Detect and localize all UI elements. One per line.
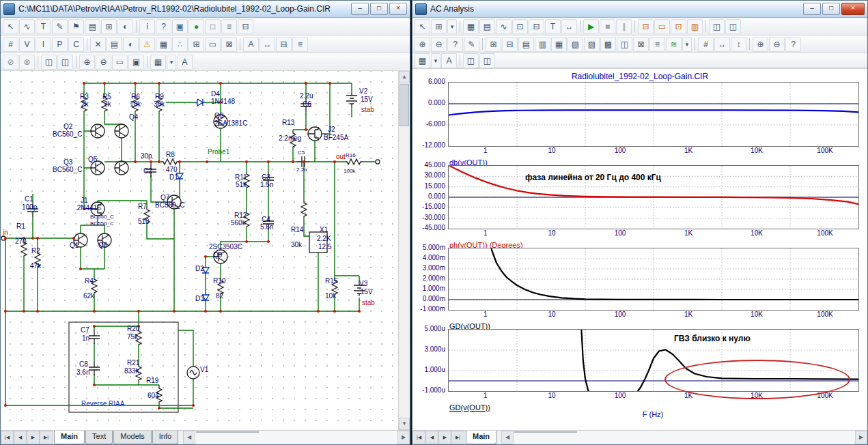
component-label[interactable]: 510 — [138, 218, 150, 225]
group-delay-zoom-panel[interactable]: 5.000u3.000u1.000u-1.000u ГВЗ близко к н… — [412, 329, 867, 410]
height-fit-icon[interactable]: ↕ — [731, 37, 746, 52]
component-label[interactable]: Q3 — [64, 158, 73, 166]
component-label[interactable]: 470 — [166, 166, 178, 173]
scales-icon[interactable]: ⊟ — [529, 19, 544, 34]
component-label[interactable]: stab — [361, 106, 374, 113]
vertical-scrollbar[interactable]: ▲ ▼ — [398, 71, 410, 430]
rotate-icon[interactable]: ◐ — [123, 37, 139, 52]
crop-icon[interactable]: ⊠ — [221, 37, 237, 52]
columns-icon[interactable]: ▥ — [687, 19, 703, 34]
component-label[interactable]: R14 — [291, 226, 304, 233]
zoom-area-icon[interactable]: ▭ — [112, 55, 128, 70]
component-label[interactable]: BC560_C — [53, 130, 82, 138]
info-icon[interactable]: i — [139, 19, 155, 34]
close-button[interactable]: × — [389, 3, 407, 15]
format-9-icon[interactable]: ◫ — [617, 37, 632, 52]
component-label[interactable]: J2 — [328, 126, 335, 133]
component-label[interactable]: Q4 — [129, 113, 139, 121]
component-label[interactable]: C2 — [143, 167, 152, 175]
zoom-in-icon[interactable]: ⊕ — [753, 37, 768, 52]
component-label[interactable]: R8 — [166, 151, 175, 158]
component-label[interactable]: 2k — [104, 100, 112, 108]
component-label[interactable]: BC550_C — [90, 214, 114, 220]
component-label[interactable]: R12 — [234, 212, 247, 219]
next-tab-button[interactable]: ▶ — [438, 431, 451, 444]
component-icon[interactable]: ⊞ — [431, 19, 447, 34]
component-label[interactable]: 2.2u — [296, 167, 307, 173]
digits-icon[interactable]: # — [698, 37, 714, 52]
schematic-titlebar[interactable]: C:\MC11\DATA\Petrov\RIAA\Petrov_RL1992-0… — [1, 1, 410, 18]
curve-label[interactable]: GD(v(OUT)) — [449, 403, 490, 412]
prev-tab-button[interactable]: ◀ — [14, 431, 27, 444]
component-label[interactable]: Reverse RIAA — [81, 400, 125, 407]
component-label[interactable]: 30k — [291, 241, 303, 248]
component-label[interactable]: 2.2K — [317, 235, 331, 242]
component-label[interactable]: C8 — [79, 360, 88, 368]
component-label[interactable]: R19 — [146, 377, 159, 384]
edit-icon[interactable]: ✎ — [464, 37, 479, 52]
close-button[interactable]: × — [841, 3, 865, 15]
grid-mode-icon[interactable]: ▦ — [415, 53, 430, 68]
properties-icon[interactable]: ⊟ — [276, 37, 292, 52]
run-icon[interactable]: ▶ — [583, 19, 599, 34]
component-label[interactable]: Q2 — [64, 123, 73, 130]
component-label[interactable]: 100p — [22, 203, 38, 211]
component-label[interactable]: 604 — [148, 392, 159, 399]
horizontal-scroll-thumb[interactable] — [514, 431, 577, 433]
format-5-icon[interactable]: ▦ — [551, 37, 567, 52]
component-label[interactable]: 2SA1381C — [214, 119, 247, 127]
vertical-scroll-track[interactable] — [399, 127, 410, 418]
pin-conditions-icon[interactable]: C — [68, 37, 84, 52]
restore-button[interactable]: □ — [822, 3, 840, 15]
draw-icon[interactable]: ✎ — [52, 19, 68, 34]
layers-caret-icon[interactable]: ▾ — [682, 37, 692, 52]
plot-grid-icon[interactable]: ▦ — [463, 19, 479, 34]
component-label[interactable]: R1 — [16, 222, 25, 230]
component-label[interactable]: 270 — [15, 238, 27, 245]
layers-icon[interactable]: ≋ — [666, 37, 682, 52]
new-page-icon[interactable]: ⊞ — [101, 19, 117, 34]
text-icon[interactable]: T — [545, 19, 561, 34]
format-6-icon[interactable]: ▧ — [568, 37, 583, 52]
node-currents-icon[interactable]: I — [36, 37, 51, 52]
component-label[interactable]: 2SC3503C — [209, 243, 242, 250]
component-label[interactable]: C7 — [81, 326, 89, 334]
component-label[interactable]: C1 — [25, 195, 33, 203]
format-2-icon[interactable]: ⊟ — [502, 37, 518, 52]
component-label[interactable]: R16 — [346, 152, 356, 158]
image-icon[interactable]: ▣ — [128, 55, 144, 70]
clipboard-icon[interactable]: ▤ — [85, 19, 100, 34]
waveform-icon[interactable]: ∿ — [496, 19, 512, 34]
plot-panel-3[interactable] — [448, 248, 859, 311]
component-label[interactable]: 82 — [216, 292, 224, 300]
copy-page-icon[interactable]: ◫ — [41, 55, 57, 70]
component-label[interactable]: R15 — [325, 277, 338, 285]
zoom-out-mode-icon[interactable]: ⊖ — [431, 37, 447, 52]
component-label[interactable]: R21 — [127, 359, 140, 367]
format-8-icon[interactable]: ▩ — [600, 37, 616, 52]
component-label[interactable]: 12.5 — [318, 243, 332, 250]
copy-icon[interactable]: ▤ — [107, 37, 122, 52]
text-a-icon[interactable]: A — [441, 53, 457, 68]
component-label[interactable]: C4 — [262, 216, 270, 223]
prev-tab-button[interactable]: ◀ — [425, 431, 438, 444]
data-points-icon[interactable]: ⊡ — [671, 19, 686, 34]
vertical-scroll-thumb[interactable] — [400, 84, 409, 126]
flag-icon[interactable]: ⚑ — [68, 19, 84, 34]
component-label[interactable]: 47k — [30, 262, 42, 270]
new-sheet-icon[interactable]: ⊞ — [188, 37, 204, 52]
first-tab-button[interactable]: |◀ — [1, 431, 14, 444]
component-label[interactable]: R9 — [155, 93, 164, 100]
tile-windows-icon[interactable]: ◫ — [709, 19, 725, 34]
component-label[interactable]: 51k — [236, 181, 247, 188]
warning-icon[interactable]: ⚠ — [139, 37, 155, 52]
limits-icon[interactable]: ⊟ — [638, 19, 654, 34]
list-icon[interactable]: ≡ — [221, 19, 237, 34]
component-label[interactable]: BF245A — [324, 134, 348, 141]
help-mode-icon[interactable]: ? — [156, 19, 171, 34]
component-label[interactable]: BC560_C — [53, 166, 82, 173]
mirror-icon[interactable]: ◐ — [117, 19, 133, 34]
step-icon[interactable]: ≡ — [292, 37, 308, 52]
component-label[interactable]: 100k — [344, 168, 356, 174]
component-caret-icon[interactable]: ▾ — [447, 19, 457, 34]
